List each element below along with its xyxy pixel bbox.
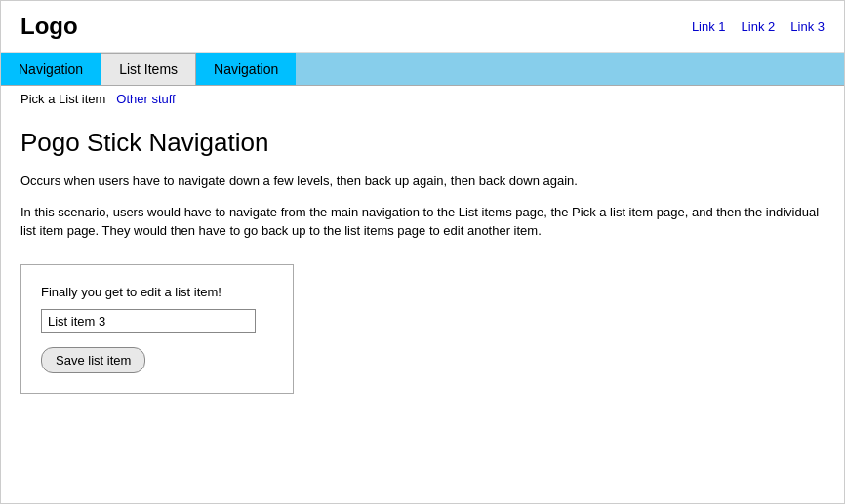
list-item-input[interactable] xyxy=(41,309,256,333)
description-1: Occurs when users have to navigate down … xyxy=(20,172,825,191)
tab-navigation-1[interactable]: Navigation xyxy=(1,53,101,85)
edit-box-label: Finally you get to edit a list item! xyxy=(41,285,273,299)
subnav-static-text: Pick a List item xyxy=(20,92,105,106)
header-links: Link 1 Link 2 Link 3 xyxy=(692,19,825,34)
header-link-2[interactable]: Link 2 xyxy=(742,19,776,34)
edit-box: Finally you get to edit a list item! Sav… xyxy=(20,264,294,394)
nav-tabs-bar: Navigation List Items Navigation xyxy=(1,53,844,86)
header: Logo Link 1 Link 2 Link 3 xyxy=(1,1,844,53)
sub-nav: Pick a List item Other stuff xyxy=(1,86,844,112)
header-link-1[interactable]: Link 1 xyxy=(692,19,726,34)
tab-list-items[interactable]: List Items xyxy=(101,53,196,85)
logo: Logo xyxy=(20,13,78,40)
save-list-item-button[interactable]: Save list item xyxy=(41,347,145,373)
subnav-other-link[interactable]: Other stuff xyxy=(116,92,175,106)
header-link-3[interactable]: Link 3 xyxy=(790,19,825,34)
page-wrapper: Logo Link 1 Link 2 Link 3 Navigation Lis… xyxy=(0,0,845,504)
main-content: Pogo Stick Navigation Occurs when users … xyxy=(1,112,844,409)
description-2: In this scenario, users would have to na… xyxy=(20,203,825,241)
tab-navigation-2[interactable]: Navigation xyxy=(196,53,296,85)
page-title: Pogo Stick Navigation xyxy=(20,128,825,158)
